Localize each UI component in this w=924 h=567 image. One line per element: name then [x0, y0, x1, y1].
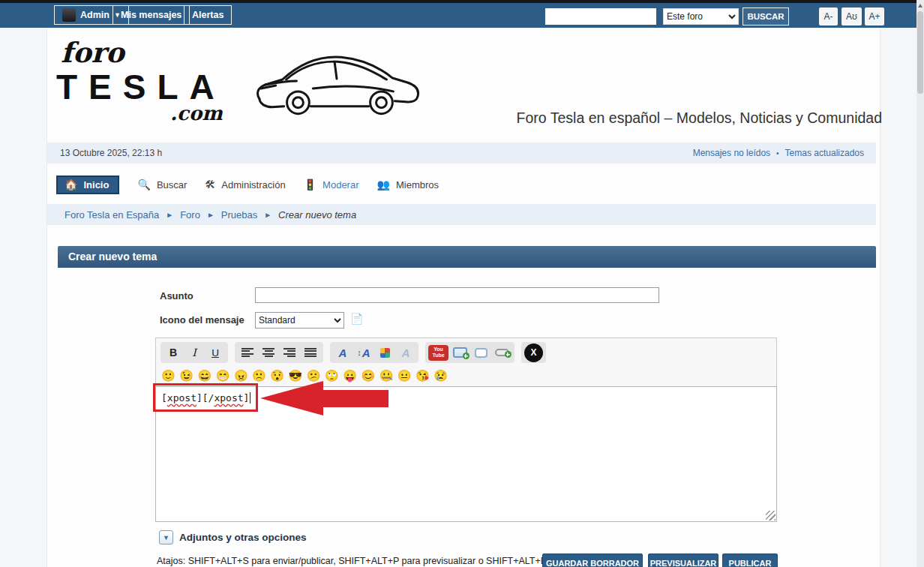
breadcrumb-link-root[interactable]: Foro Tesla en España [64, 209, 159, 220]
x-twitter-button[interactable]: X [524, 344, 543, 362]
smiley-icon[interactable]: 😠 [234, 370, 248, 381]
font-increase-button[interactable]: A+ [865, 8, 884, 26]
message-icon-select[interactable]: Standard [255, 312, 344, 328]
smiley-icon[interactable]: 🙁 [252, 370, 266, 381]
attachments-toggle-button[interactable]: ▼ [159, 530, 173, 544]
smiley-icon[interactable]: 😉 [179, 370, 194, 381]
smiley-icon[interactable]: 😢 [434, 370, 448, 381]
insert-quote-button[interactable] [471, 343, 490, 362]
search-icon: 🔍 [137, 179, 150, 190]
page-title: Crear nuevo tema [58, 246, 876, 268]
my-messages-button[interactable]: Mis mensajes [112, 5, 190, 25]
smiley-icon[interactable]: 😎 [289, 370, 303, 381]
bbcode-tag-xpost: xpost [167, 392, 196, 404]
scrollbar[interactable] [916, 0, 924, 567]
search-submit-button[interactable]: BUSCAR [742, 8, 789, 26]
nav-label-buscar: Buscar [157, 179, 187, 190]
underline-button[interactable]: U [206, 343, 225, 362]
chevron-down-icon: ▼ [163, 534, 170, 542]
align-right-button[interactable] [280, 343, 299, 362]
publish-button[interactable]: PUBLICAR [722, 554, 778, 567]
bold-button[interactable]: B [164, 343, 183, 362]
avatar [62, 8, 76, 22]
post-icon: 📄 [350, 313, 363, 325]
smiley-icon[interactable]: 😐 [398, 370, 412, 381]
italic-button[interactable]: I [184, 343, 204, 362]
subject-label: Asunto [160, 290, 194, 302]
site-logo[interactable]: foro TESLA .com [56, 39, 244, 124]
smiley-icon[interactable]: 😄 [197, 370, 212, 381]
align-justify-button[interactable] [301, 343, 320, 362]
search-input[interactable] [545, 8, 656, 25]
nav-item-buscar[interactable]: 🔍 Buscar [137, 179, 187, 190]
insert-link-button[interactable] [492, 343, 512, 362]
message-content: [xpost][/xpost] [161, 392, 250, 404]
smiley-row: 🙂 😉 😄 😁 😠 🙁 😯 😎 😕 🙄 😛 😊 🤐 😐 😘 😢 [161, 370, 448, 381]
align-group [235, 342, 323, 363]
font-group: A ↕A A [330, 342, 418, 363]
font-decrease-button[interactable]: A- [819, 8, 838, 26]
breadcrumb-link-foro[interactable]: Foro [180, 209, 200, 220]
font-size-button[interactable]: ↕A [354, 343, 374, 362]
color-palette-icon [380, 348, 390, 358]
nav-item-miembros[interactable]: 👥 Miembros [377, 179, 440, 190]
scrollbar-thumb[interactable] [917, 11, 923, 94]
align-center-button[interactable] [259, 343, 278, 362]
image-icon [453, 347, 467, 358]
align-right-icon [284, 348, 296, 358]
scroll-up-icon[interactable] [918, 4, 922, 8]
font-color-button[interactable] [375, 343, 394, 362]
message-icon-label: Icono del mensaje [160, 314, 244, 326]
preview-button[interactable]: PREVISUALIZAR [648, 554, 718, 567]
font-reset-button[interactable]: Aʊ [842, 8, 862, 26]
youtube-button[interactable]: YouTube [428, 343, 448, 362]
insert-group: YouTube [425, 342, 514, 363]
save-draft-button[interactable]: GUARDAR BORRADOR [542, 554, 643, 567]
breadcrumb-separator: ► [264, 211, 272, 219]
members-icon: 👥 [377, 179, 390, 190]
nav-item-moderar[interactable]: 🚦 Moderar [304, 179, 359, 190]
message-textarea[interactable]: [xpost][/xpost] [155, 386, 777, 522]
align-left-button[interactable] [238, 343, 257, 362]
alerts-button[interactable]: Alertas [184, 5, 232, 25]
smiley-icon[interactable]: 🤐 [380, 370, 394, 381]
nav-label-administracion: Administración [221, 179, 285, 190]
logo-text-tesla: TESLA [56, 68, 244, 106]
attachments-label: Adjuntos y otras opciones [179, 532, 307, 543]
breadcrumb: Foro Tesla en España ► Foro ► Pruebas ► … [47, 204, 876, 225]
link-icon [495, 349, 509, 356]
smiley-icon[interactable]: 🙄 [325, 370, 339, 381]
smiley-icon[interactable]: 😕 [307, 370, 321, 381]
smiley-icon[interactable]: 😯 [270, 370, 284, 381]
bbcode-tag-xpost-close: xpost [214, 392, 243, 404]
smiley-icon[interactable]: 😊 [361, 370, 375, 381]
search-scope-select[interactable]: Este foro [663, 8, 739, 25]
nav-label-miembros: Miembros [396, 179, 439, 190]
youtube-icon: YouTube [428, 345, 448, 361]
text-cursor [250, 392, 250, 404]
updated-topics-link[interactable]: Temas actualizados [785, 148, 864, 158]
breadcrumb-separator: ► [166, 211, 173, 219]
unread-messages-link[interactable]: Mensajes no leídos [693, 148, 770, 158]
insert-image-button[interactable] [450, 343, 470, 362]
breadcrumb-current: Crear nuevo tema [278, 209, 356, 220]
align-left-icon [242, 348, 254, 358]
breadcrumb-link-pruebas[interactable]: Pruebas [221, 209, 257, 220]
nav-item-administracion[interactable]: 🛠 Administración [205, 179, 285, 190]
forum-page: Admin ▼ Mis mensajes Alertas Este foro B… [0, 0, 924, 567]
admin-tools-icon: 🛠 [205, 179, 215, 190]
nav-item-inicio[interactable]: 🏠 Inicio [56, 176, 119, 194]
plus-badge-icon [505, 351, 512, 358]
resize-handle[interactable] [766, 511, 776, 520]
smiley-icon[interactable]: 😘 [416, 370, 430, 381]
nav-label-moderar: Moderar [322, 179, 358, 190]
subject-input[interactable] [255, 287, 659, 303]
current-datetime: 13 Octubre 2025, 22:13 h [60, 148, 162, 158]
smiley-icon[interactable]: 😛 [343, 370, 357, 381]
smiley-icon[interactable]: 🙂 [161, 370, 176, 381]
remove-format-button[interactable]: A [396, 343, 416, 362]
breadcrumb-separator: ► [207, 211, 214, 219]
smiley-icon[interactable]: 😁 [216, 370, 230, 381]
main-nav: 🏠 Inicio 🔍 Buscar 🛠 Administración 🚦 Mod… [56, 174, 439, 195]
font-face-button[interactable]: A [333, 343, 352, 362]
